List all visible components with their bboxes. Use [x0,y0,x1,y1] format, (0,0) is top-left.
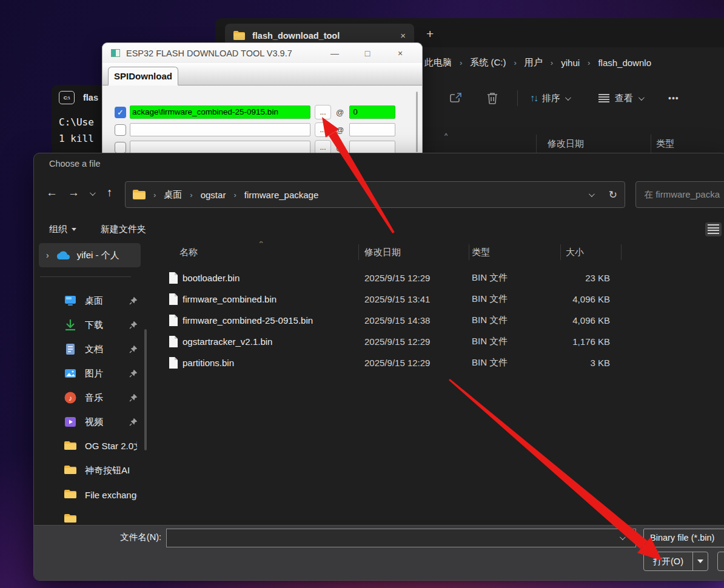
browse-button-1[interactable]: ... [315,105,331,119]
share-icon[interactable] [449,92,463,104]
breadcrumb-item[interactable]: flash_downlo [598,58,651,68]
file-icon [169,315,178,326]
view-lines-icon [598,94,609,102]
view-button[interactable]: 查看 [598,93,643,104]
file-icon [169,272,178,284]
table-row[interactable]: partitions.bin 2025/9/15 12:29 BIN 文件 3 … [149,352,724,373]
breadcrumb-item[interactable]: yihui [561,58,580,68]
filename-input[interactable] [166,529,636,547]
file-icon [169,293,178,305]
column-header-date[interactable]: 修改日期 [364,247,401,258]
more-options-button[interactable]: ••• [668,93,679,103]
dialog-footer: 文件名(N): Binary file (*.bin) 打开(O) [34,525,724,581]
folder-icon [64,489,76,501]
table-row[interactable]: firmware_combined.bin 2025/9/15 13:41 BI… [149,289,724,310]
minimize-button[interactable]: — [321,48,348,58]
up-button[interactable]: ↑ [107,186,113,199]
breadcrumb-item[interactable]: 用户 [525,57,543,68]
table-row[interactable]: firmware_combined-25-0915.bin 2025/9/15 … [149,310,724,331]
chevron-right-icon[interactable]: › [46,250,49,260]
sidebar-item-file-exchange-folder[interactable]: File exchange [34,483,147,507]
file-path-field-3[interactable] [130,141,310,154]
explorer-breadcrumb: 此电脑 › 系统 (C:) › 用户 › yihui › flash_downl… [424,47,724,78]
column-header-type[interactable]: 类型 [472,247,490,258]
table-row[interactable]: ogstartracker_v2.1.bin 2025/9/15 12:29 B… [149,331,724,352]
desktop-icon [64,295,76,307]
breadcrumb-separator: › [153,190,156,199]
filetype-select[interactable]: Binary file (*.bin) [643,529,724,547]
forward-button[interactable]: → [68,186,79,199]
sidebar-quick-access: 桌面 下载 文档 图片 [34,289,147,525]
pin-icon [129,297,137,305]
esp32-content: ✓ ackage\firmware_combined-25-0915.bin .… [102,85,422,155]
breadcrumb-separator: › [233,190,236,199]
sidebar-item-pictures[interactable]: 图片 [34,361,147,386]
sidebar-item-desktop[interactable]: 桌面 [34,289,147,313]
file-checkbox-1[interactable]: ✓ [115,107,126,118]
sidebar-divider [40,276,131,277]
choose-file-dialog: Choose a file ← → ↑ › 桌面 › ogstar › firm… [33,153,724,581]
cancel-button-partial[interactable] [717,552,724,571]
sidebar-item-music[interactable]: ♪ 音乐 [34,386,147,410]
column-header-date[interactable]: 修改日期 [548,138,584,150]
sidebar-item-og-star-folder[interactable]: OG Star 2.0文件 [34,434,147,458]
delete-icon[interactable] [487,92,498,104]
sidebar-item-partial-folder[interactable] [34,507,147,525]
new-folder-button[interactable]: 新建文件夹 [101,224,146,235]
file-path-field-1[interactable]: ackage\firmware_combined-25-0915.bin [130,105,310,119]
address-crumb-ogstar[interactable]: ogstar [201,190,226,200]
file-path-field-2[interactable] [130,123,310,136]
flash-address-field-2[interactable] [349,123,395,136]
sidebar-item-downloads[interactable]: 下载 [34,313,147,337]
address-dropdown-chevron-icon[interactable] [589,191,595,197]
sort-button[interactable]: ↑↓ 排序 [530,93,569,104]
list-view-icon[interactable] [705,222,722,236]
address-bar[interactable]: › 桌面 › ogstar › firmware_package ↻ [125,181,625,208]
pin-icon [129,418,137,426]
breadcrumb-item[interactable]: 此电脑 [424,57,452,68]
folder-icon [64,513,76,525]
open-button[interactable]: 打开(O) [643,552,708,571]
column-header-type[interactable]: 类型 [656,138,674,150]
pin-icon [129,370,137,378]
flash-address-field-1[interactable]: 0 [349,105,395,119]
sidebar-item-documents[interactable]: 文档 [34,337,147,361]
maximize-button[interactable]: □ [354,48,381,58]
refresh-icon[interactable]: ↻ [609,189,617,201]
esp32-window-title: ESP32 FLASH DOWNLOAD TOOL V3.9.7 [126,48,315,58]
sidebar-scrollbar[interactable] [144,329,147,450]
address-crumb-firmware-package[interactable]: firmware_package [244,190,319,200]
back-button[interactable]: ← [46,186,58,199]
sidebar-item-magic-button-folder[interactable]: 神奇按钮AI [34,458,147,483]
esp32-title-bar[interactable]: ESP32 FLASH DOWNLOAD TOOL V3.9.7 — □ × [102,43,422,63]
browse-button-2[interactable]: ... [315,122,331,137]
table-row[interactable]: bootloader.bin 2025/9/15 12:29 BIN 文件 23… [149,267,724,289]
open-dropdown-icon[interactable] [693,560,708,563]
at-symbol: @ [336,143,344,152]
pictures-icon [64,367,76,379]
folder-icon [133,190,146,200]
breadcrumb-item[interactable]: 系统 (C:) [470,57,506,68]
column-header-name[interactable]: 名称 [179,247,198,258]
new-tab-button[interactable]: + [426,27,434,41]
pin-icon [129,394,137,402]
address-crumb-desktop[interactable]: 桌面 [164,189,182,201]
folder-icon [233,31,245,40]
folder-icon [64,440,76,452]
organize-button[interactable]: 组织 [49,224,76,235]
flash-address-field-3[interactable] [349,141,395,154]
breadcrumb-separator: › [190,190,192,199]
close-button[interactable]: × [387,48,414,58]
tab-spidownload[interactable]: SPIDownload [108,67,178,85]
esp32-scrollbar[interactable] [416,92,418,152]
file-checkbox-3[interactable] [115,142,126,153]
sidebar-item-onedrive[interactable]: › yifei - 个人 [39,243,141,267]
chevron-down-icon [565,95,571,101]
column-header-size[interactable]: 大小 [566,247,584,258]
breadcrumb-separator: › [514,58,517,67]
search-input[interactable]: 在 firmware_packa [635,181,724,208]
sidebar-item-videos[interactable]: 视频 [34,410,147,434]
tab-close-icon[interactable]: × [400,30,406,41]
file-checkbox-2[interactable] [115,124,126,136]
recent-locations-chevron-icon[interactable] [90,190,96,196]
